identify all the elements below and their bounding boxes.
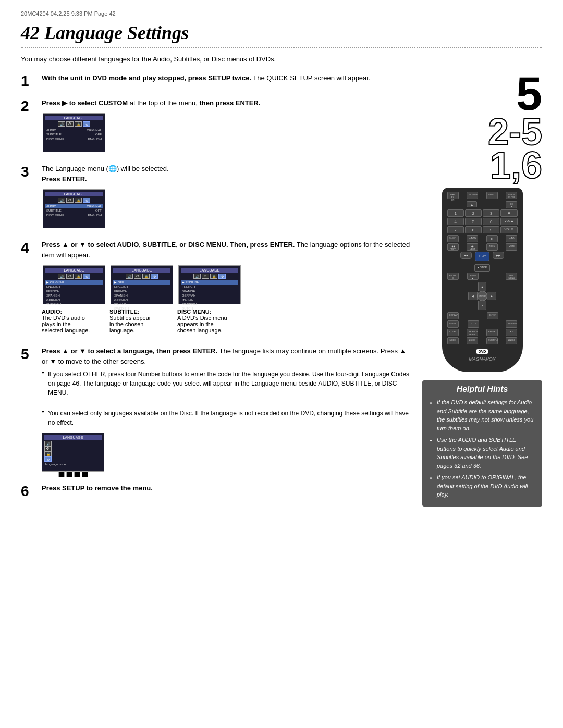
btn-2[interactable]: 2 (465, 209, 482, 217)
subtitle-menu-block: LANGUAGE 🔊 ⏱ 🔒 ⚙ ▶ OFF ENGLISH FRENCH SP… (109, 263, 174, 334)
step-3-content: The Language menu (🌐) will be selected.P… (42, 164, 412, 230)
btn-0[interactable]: 0 (486, 235, 498, 242)
header-text: 20MC4204 04.2.25 9:33 PM Page 42 (21, 10, 116, 17)
menu-screen-audio: LANGUAGE 🔊 ⏱ 🔒 ⚙ ▶ ORIGINAL ENGLISH FREN… (43, 265, 105, 304)
enter-center-button[interactable]: ENTER (477, 291, 487, 301)
code-box-3 (74, 471, 80, 477)
dpad-right[interactable]: ▶ (487, 292, 496, 300)
ab-repeat-button[interactable]: A-B (506, 329, 517, 336)
slow-button[interactable]: SLOW▲ (467, 273, 479, 280)
intro-text: You may choose different languages for t… (21, 54, 542, 65)
right-column: 5 2-5 1,6 STAN-BYON PICTURE SELECT OPEN/… (422, 73, 542, 509)
disc-menu-button[interactable]: DISCMENU (506, 273, 517, 280)
mute-button[interactable]: MUTE (506, 243, 517, 251)
stop-button[interactable]: ■ STOP (474, 264, 490, 272)
btn-100[interactable]: +100 (467, 235, 478, 242)
menu-screen-step3: LANGUAGE 🔊 ⏱ 🔒 ⚙ AUDIOORIGINAL SUBTITLEO… (43, 189, 105, 228)
setup-row: SETUP TITLE RETURN (447, 320, 518, 328)
btn-6[interactable]: 6 (483, 218, 499, 225)
big-step-numbers: 5 2-5 1,6 (422, 73, 542, 183)
pause-button[interactable]: PAUSE‖ (447, 273, 459, 280)
step-5-number: 5 (21, 347, 35, 362)
hint-3: If you set AUDIO to ORIGINAL, the defaul… (437, 473, 536, 499)
btn-1[interactable]: 1 (447, 209, 464, 217)
play-button[interactable]: PLAY (475, 252, 489, 261)
step-1: 1 With the unit in DVD mode and play sto… (21, 73, 412, 89)
search-mode-button[interactable]: SEARCHMODE (467, 329, 478, 336)
subtitle-button[interactable]: SUBTITLE (486, 337, 498, 344)
btn-7[interactable]: 7 (447, 226, 464, 233)
brand-logo: MAGNAVOX (447, 356, 518, 362)
dpad-left[interactable]: ◀ (468, 292, 478, 300)
btn-vol-down[interactable]: VOL▼ (500, 226, 517, 233)
btn-8[interactable]: 8 (465, 226, 482, 233)
dpad-up[interactable]: ▲ (478, 282, 486, 291)
openclose-button[interactable]: OPEN/CLOSE (506, 192, 517, 199)
three-menu-screens: LANGUAGE 🔊 ⏱ 🔒 ⚙ ▶ ORIGINAL ENGLISH FREN… (42, 263, 412, 334)
btn-ch-down[interactable]: ▼ (500, 209, 517, 217)
btn-9[interactable]: 9 (483, 226, 499, 233)
helpful-hints-title: Helpful Hints (429, 385, 536, 394)
code-box-4 (82, 471, 88, 477)
btn-vol-up[interactable]: VOL▲ (500, 218, 517, 225)
code-box-1 (58, 471, 65, 477)
audio-button[interactable]: AUDIO (467, 337, 478, 344)
disc-menu-block: LANGUAGE 🔊 ⏱ 🔒 ⚙ ▶ ENGLISH FRENCH SPANIS… (177, 263, 242, 334)
step-6: 6 Press SETUP to remove the menu. (21, 483, 412, 499)
remote-control: STAN-BYON PICTURE SELECT OPEN/CLOSE ▲ CH… (422, 188, 542, 372)
return-button[interactable]: RETURN (506, 320, 517, 328)
step-6-content: Press SETUP to remove the menu. (42, 483, 412, 497)
btn-plus10[interactable]: +10 (506, 235, 517, 242)
main-layout: 1 With the unit in DVD mode and play sto… (21, 73, 542, 509)
next-button[interactable]: ▶▶NEXT (467, 243, 478, 251)
repeat-button[interactable]: REPEAT (486, 329, 498, 336)
step-5-content: Press ▲ or ▼ to select a language, then … (42, 346, 412, 474)
step-2: 2 Press ▶ to select CUSTOM at the top of… (21, 98, 412, 155)
clear-row: CLEAR SEARCHMODE REPEAT A-B (447, 329, 518, 336)
ch-up-button[interactable]: ▲ (467, 201, 477, 207)
nav-row: ◀◀PREV ▶▶NEXT ZOOM MUTE (447, 243, 518, 251)
page-header: 20MC4204 04.2.25 9:33 PM Page 42 (21, 10, 542, 17)
angle-button[interactable]: ANGLE (506, 337, 517, 344)
btn-5[interactable]: 5 (465, 218, 482, 225)
menu-screen-disc: LANGUAGE 🔊 ⏱ 🔒 ⚙ ▶ ENGLISH FRENCH SPANIS… (178, 265, 241, 304)
left-column: 1 With the unit in DVD mode and play sto… (21, 73, 412, 509)
step5-bullets: If you select OTHER, press four Number b… (42, 369, 412, 427)
picture-button[interactable]: PICTURE (467, 192, 478, 199)
step-4: 4 Press ▲ or ▼ to select AUDIO, SUBTITLE… (21, 240, 412, 337)
setup-button[interactable]: SETUP (447, 320, 459, 328)
step-2-content: Press ▶ to select CUSTOM at the top of t… (42, 98, 412, 155)
select-button[interactable]: SELECT (486, 192, 498, 199)
enter-button[interactable]: ENTER (487, 312, 498, 319)
number-grid: 1 2 3 ▼ 4 5 6 VOL▲ 7 8 9 VOL▼ (447, 209, 518, 233)
playback-row2: PAUSE‖ SLOW▲ DISCMENU (447, 273, 518, 280)
clear-button[interactable]: CLEAR (447, 329, 459, 336)
prev-button[interactable]: ◀◀PREV (447, 243, 459, 251)
hint-1: If the DVD's default settings for Audio … (437, 398, 536, 433)
rew-button[interactable]: ◀◀ (460, 252, 472, 259)
big-num-5: 5 (516, 73, 542, 115)
title-section: 42 Language Settings (21, 22, 542, 48)
step-2-number: 2 (21, 99, 35, 114)
display-button[interactable]: DISPLAY (447, 312, 459, 319)
step-5: 5 Press ▲ or ▼ to select a language, the… (21, 346, 412, 474)
remote-top-row: STAN-BYON PICTURE SELECT OPEN/CLOSE (447, 192, 518, 199)
step-4-content: Press ▲ or ▼ to select AUDIO, SUBTITLE, … (42, 240, 412, 337)
btn-4[interactable]: 4 (447, 218, 464, 225)
code-box-2 (66, 471, 72, 477)
lang-code-screen: LANGUAGE 🔊 ⏱ 🔒 ⚙ language code (42, 433, 104, 472)
big-num-1-6: 1,6 (490, 149, 542, 182)
mode-button[interactable]: MODE (447, 337, 459, 344)
ff-button[interactable]: ▶▶ (493, 252, 504, 259)
sleep-button[interactable]: SLEEP (447, 235, 459, 242)
zoom-button[interactable]: ZOOM (486, 243, 498, 251)
ch-label: CH▲ (506, 201, 517, 208)
page-title: 42 Language Settings (21, 22, 542, 44)
step-1-number: 1 (21, 74, 35, 89)
audio-menu-block: LANGUAGE 🔊 ⏱ 🔒 ⚙ ▶ ORIGINAL ENGLISH FREN… (42, 263, 106, 334)
dpad-down[interactable]: ▼ (478, 301, 486, 310)
menu-screen-subtitle: LANGUAGE 🔊 ⏱ 🔒 ⚙ ▶ OFF ENGLISH FRENCH SP… (111, 265, 173, 304)
title-button[interactable]: TITLE (468, 320, 479, 328)
standby-button[interactable]: STAN-BYON (447, 192, 459, 199)
btn-3[interactable]: 3 (483, 209, 499, 217)
